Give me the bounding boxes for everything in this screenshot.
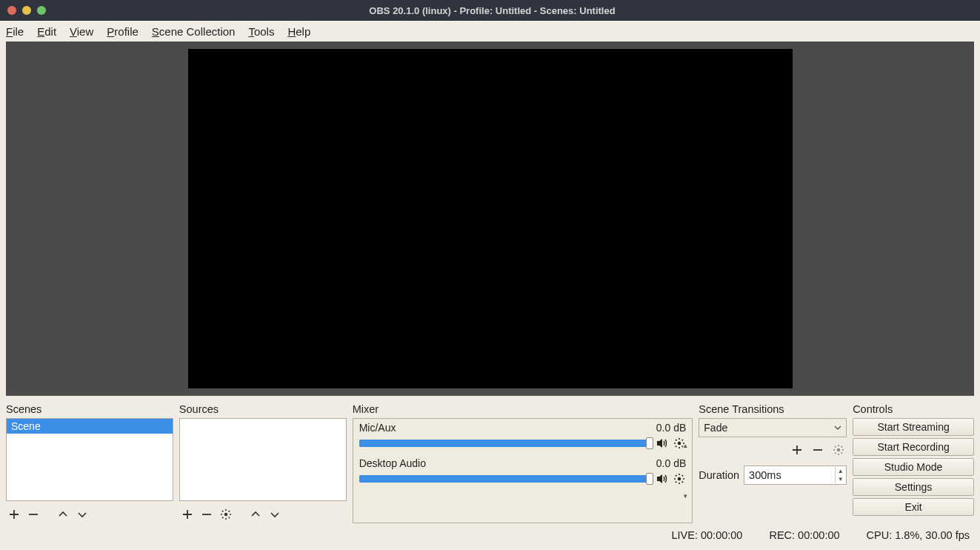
gear-icon[interactable] <box>830 442 847 458</box>
speaker-icon[interactable] <box>655 472 668 486</box>
menu-file[interactable]: File <box>6 25 24 38</box>
add-icon[interactable] <box>6 506 22 523</box>
menubar: File Edit View Profile Scene Collection … <box>0 21 980 42</box>
up-icon[interactable] <box>247 506 264 523</box>
start-streaming-button[interactable]: Start Streaming <box>853 418 974 436</box>
status-live: LIVE: 00:00:00 <box>672 529 743 541</box>
menu-tools[interactable]: Tools <box>248 25 274 38</box>
transition-select[interactable]: Fade <box>699 418 847 437</box>
menu-edit[interactable]: Edit <box>37 25 56 38</box>
remove-icon[interactable] <box>810 442 826 458</box>
sources-list[interactable] <box>179 418 347 501</box>
scenes-title: Scenes <box>6 403 173 415</box>
exit-button[interactable]: Exit <box>853 498 974 516</box>
remove-icon[interactable] <box>25 506 41 523</box>
volume-slider[interactable] <box>359 475 651 483</box>
menu-help[interactable]: Help <box>287 25 310 38</box>
controls-panel: Controls Start Streaming Start Recording… <box>853 403 974 523</box>
gear-icon[interactable] <box>218 506 234 523</box>
status-cpu: CPU: 1.8%, 30.00 fps <box>867 529 970 541</box>
preview-area[interactable] <box>6 42 974 396</box>
controls-title: Controls <box>853 403 974 415</box>
duration-label: Duration <box>699 469 739 481</box>
scenes-list[interactable]: Scene <box>6 418 173 501</box>
down-icon[interactable] <box>74 506 90 523</box>
preview-canvas <box>188 49 793 388</box>
scenes-panel: Scenes Scene <box>6 403 173 523</box>
add-icon[interactable] <box>789 442 805 458</box>
duration-spinner[interactable]: ▲▼ <box>835 467 845 483</box>
up-icon[interactable] <box>55 506 71 523</box>
studio-mode-button[interactable]: Studio Mode <box>853 458 974 476</box>
chevron-down-icon <box>834 424 841 431</box>
mixer-title: Mixer <box>353 403 693 415</box>
svg-point-0 <box>224 513 227 516</box>
status-rec: REC: 00:00:00 <box>769 529 839 541</box>
menu-scene-collection[interactable]: Scene Collection <box>152 25 236 38</box>
mixer-panel: Mixer Mic/Aux 0.0 dB Desktop Audio 0.0 d… <box>353 403 693 523</box>
volume-slider[interactable] <box>359 440 651 447</box>
remove-icon[interactable] <box>199 506 215 523</box>
settings-button[interactable]: Settings <box>853 478 974 496</box>
mixer-track: Mic/Aux 0.0 dB <box>359 422 687 450</box>
svg-point-3 <box>837 448 840 451</box>
scenes-toolbar <box>6 501 173 523</box>
duration-input[interactable]: 300ms ▲▼ <box>744 465 847 485</box>
add-icon[interactable] <box>179 506 196 523</box>
speaker-icon[interactable] <box>655 437 668 450</box>
menu-profile[interactable]: Profile <box>107 25 139 38</box>
down-icon[interactable] <box>267 506 283 523</box>
transitions-title: Scene Transitions <box>699 403 847 415</box>
transition-value: Fade <box>704 422 727 434</box>
mixer-box: Mic/Aux 0.0 dB Desktop Audio 0.0 dB <box>353 418 693 523</box>
scene-item[interactable]: Scene <box>7 419 173 434</box>
sources-title: Sources <box>179 403 347 415</box>
window-title: OBS 20.1.0 (linux) - Profile: Untitled -… <box>12 5 973 16</box>
titlebar: OBS 20.1.0 (linux) - Profile: Untitled -… <box>0 0 980 21</box>
track-name: Desktop Audio <box>359 457 426 469</box>
mixer-scroll[interactable]: ▲▼ <box>680 420 690 521</box>
status-bar: LIVE: 00:00:00 REC: 00:00:00 CPU: 1.8%, … <box>0 526 980 544</box>
menu-view[interactable]: View <box>70 25 93 38</box>
sources-panel: Sources <box>179 403 347 523</box>
track-name: Mic/Aux <box>359 422 396 434</box>
mixer-track: Desktop Audio 0.0 dB <box>359 457 687 486</box>
start-recording-button[interactable]: Start Recording <box>853 438 974 456</box>
sources-toolbar <box>179 501 347 523</box>
duration-value: 300ms <box>749 469 781 481</box>
transitions-panel: Scene Transitions Fade Duration 300ms ▲▼ <box>699 403 847 523</box>
